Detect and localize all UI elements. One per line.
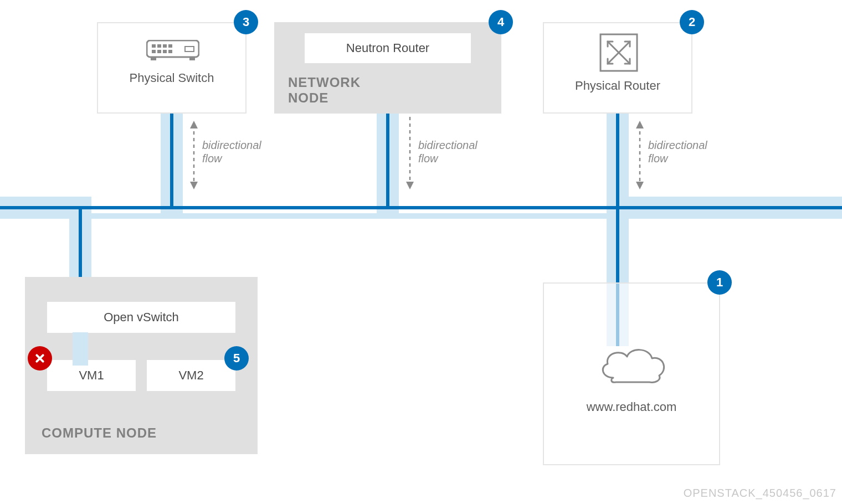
error-badge [28, 346, 52, 371]
svg-rect-0 [73, 332, 88, 366]
diagram-stage: { "badges": { "b1": "1", "b2": "2", "b3"… [0, 0, 842, 504]
badge-5: 5 [224, 346, 249, 371]
compute-inner-pipe [0, 0, 842, 504]
badge-1: 1 [707, 270, 732, 295]
